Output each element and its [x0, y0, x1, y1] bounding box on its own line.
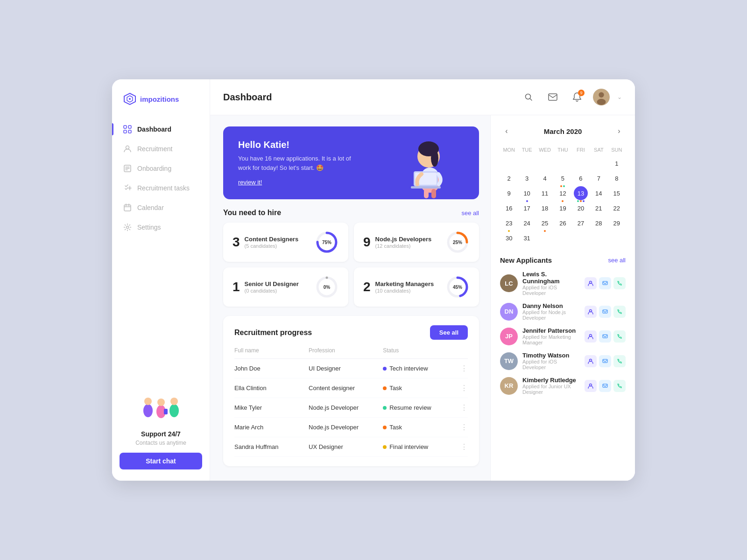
logo-icon	[123, 92, 136, 105]
sidebar-logo: impozitions	[112, 92, 210, 120]
donut-label: 0%	[324, 285, 330, 290]
calendar-day[interactable]: 14	[592, 186, 606, 200]
calendar-day	[538, 231, 552, 245]
calendar-day[interactable]: 3	[520, 171, 534, 185]
calendar-day[interactable]: 27	[574, 216, 588, 230]
calendar-day[interactable]: 24	[520, 216, 534, 230]
cell-name: Sandra Huffman	[234, 443, 309, 450]
hero-description: You have 16 new applications. It is a lo…	[238, 154, 362, 172]
calendar-day[interactable]: 8	[610, 171, 624, 185]
applicant-call-button[interactable]	[613, 355, 626, 367]
calendar-day[interactable]: 15	[610, 186, 624, 200]
calendar-day[interactable]: 28	[592, 216, 606, 230]
sidebar-item-dashboard[interactable]: Dashboard	[118, 120, 204, 138]
recruitment-table: Full name Profession Status John Doe UI …	[234, 347, 468, 457]
row-more-icon[interactable]: ⋮	[457, 384, 468, 392]
row-more-icon[interactable]: ⋮	[457, 423, 468, 432]
calendar-day[interactable]: 31	[520, 231, 534, 245]
notification-button[interactable]: 9	[569, 89, 585, 105]
calendar-day-label: SUN	[608, 145, 626, 154]
calendar-day[interactable]: 17	[520, 201, 534, 215]
applicant-add-button[interactable]	[585, 380, 597, 392]
calendar-day[interactable]: 11	[538, 186, 552, 200]
applicant-message-button[interactable]	[599, 306, 611, 318]
svg-rect-21	[144, 407, 152, 415]
row-more-icon[interactable]: ⋮	[457, 403, 468, 412]
sidebar-item-recruitment[interactable]: Recruitment	[118, 140, 204, 158]
sidebar-item-label-dashboard: Dashboard	[137, 126, 171, 133]
calendar-day[interactable]: 19	[556, 201, 570, 215]
hire-candidates: (0 candidates)	[245, 288, 299, 294]
donut-label: 25%	[453, 240, 462, 245]
applicant-message-button[interactable]	[599, 355, 611, 367]
recruitment-see-all-button[interactable]: See all	[430, 325, 468, 340]
calendar-day[interactable]: 1	[610, 156, 624, 170]
calendar-day[interactable]: 26	[556, 216, 570, 230]
calendar-day[interactable]: 4	[538, 171, 552, 185]
applicant-message-button[interactable]	[599, 330, 611, 343]
hire-see-all-link[interactable]: see all	[461, 210, 479, 217]
calendar-day[interactable]: 30	[502, 231, 516, 245]
email-button[interactable]	[544, 89, 561, 105]
calendar-day[interactable]: 2	[502, 171, 516, 185]
applicant-add-button[interactable]	[585, 277, 597, 289]
status-label: Resume review	[389, 404, 431, 411]
hire-info: 9 Node.js Developers (12 candidates)	[363, 236, 431, 249]
hire-donut-chart: 25%	[445, 230, 470, 254]
user-avatar[interactable]	[593, 89, 610, 105]
calendar-day[interactable]: 12	[556, 186, 570, 200]
hire-donut-chart: 45%	[445, 275, 470, 299]
applicant-message-button[interactable]	[599, 380, 611, 392]
hero-review-link[interactable]: review it!	[238, 179, 262, 186]
hero-content: Hello Katie! You have 16 new application…	[238, 140, 362, 186]
applicants-see-all-link[interactable]: see all	[608, 257, 626, 264]
col-header-actions	[457, 347, 468, 354]
svg-rect-27	[170, 407, 178, 415]
recruitment-rows: John Doe UI Designer Tech interview ⋮ El…	[234, 359, 468, 457]
status-dot	[383, 406, 387, 410]
calendar-day[interactable]: 13	[574, 186, 588, 200]
applicant-add-button[interactable]	[585, 355, 597, 367]
calendar-day[interactable]: 10	[520, 186, 534, 200]
calendar-day[interactable]: 23	[502, 216, 516, 230]
applicant-message-button[interactable]	[599, 277, 611, 289]
calendar-week: 9101112131415	[500, 186, 626, 200]
calendar-day[interactable]: 18	[538, 201, 552, 215]
calendar-day[interactable]: 20	[574, 201, 588, 215]
applicant-call-button[interactable]	[613, 330, 626, 343]
calendar-day[interactable]: 6	[574, 171, 588, 185]
status-dot	[383, 386, 387, 390]
calendar-day[interactable]: 25	[538, 216, 552, 230]
sidebar-item-calendar[interactable]: Calendar	[118, 199, 204, 217]
applicant-call-button[interactable]	[613, 380, 626, 392]
applicant-item: LC Lewis S. Cunningham Applied for iOS D…	[500, 271, 626, 296]
start-chat-button[interactable]: Start chat	[120, 453, 202, 469]
calendar-day[interactable]: 21	[592, 201, 606, 215]
row-more-icon[interactable]: ⋮	[457, 442, 468, 451]
applicant-add-button[interactable]	[585, 306, 597, 318]
applicant-call-button[interactable]	[613, 277, 626, 289]
applicant-role: Applied for Node.js Developer	[522, 309, 580, 321]
calendar-day[interactable]: 29	[610, 216, 624, 230]
calendar-day[interactable]: 9	[502, 186, 516, 200]
sidebar-item-onboarding[interactable]: Onboarding	[118, 160, 204, 177]
tasks-icon	[123, 184, 132, 192]
sidebar-item-settings[interactable]: Settings	[118, 218, 204, 236]
row-more-icon[interactable]: ⋮	[457, 364, 468, 373]
applicant-call-button[interactable]	[613, 306, 626, 318]
applicant-add-button[interactable]	[585, 330, 597, 343]
hire-candidates: (5 candidates)	[245, 243, 299, 249]
calendar-day[interactable]: 7	[592, 171, 606, 185]
hire-role-label: Senior UI Designer	[245, 280, 299, 288]
calendar-day[interactable]: 5	[556, 171, 570, 185]
applicant-info: Danny Nelson Applied for Node.js Develop…	[522, 302, 580, 321]
search-button[interactable]	[520, 89, 537, 105]
sidebar-item-recruitment-tasks[interactable]: Recruitment tasks	[118, 179, 204, 197]
calendar-day[interactable]: 22	[610, 201, 624, 215]
calendar-next-button[interactable]: ›	[613, 125, 626, 138]
calendar-prev-button[interactable]: ‹	[500, 125, 513, 138]
chevron-down-icon[interactable]: ⌄	[617, 94, 622, 100]
search-icon	[524, 93, 533, 101]
support-subtitle: Contacts us anytime	[120, 440, 202, 446]
calendar-day[interactable]: 16	[502, 201, 516, 215]
